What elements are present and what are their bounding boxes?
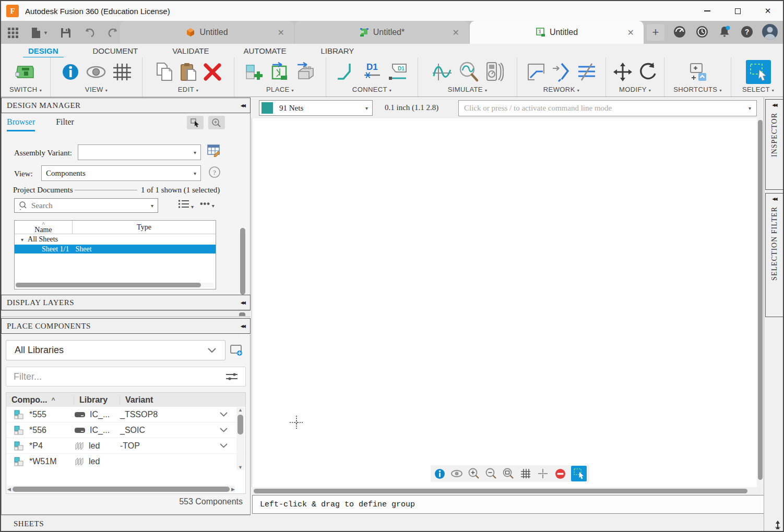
place-schematic-icon[interactable]	[269, 62, 290, 82]
menu-design[interactable]: DESIGN	[26, 45, 61, 57]
tab-close-icon[interactable]: ✕	[453, 28, 459, 38]
info-icon[interactable]	[61, 63, 80, 81]
collapse-right-icon[interactable]: ◀◀	[772, 197, 776, 201]
variant-chevron-icon[interactable]	[220, 428, 228, 432]
group-label-rework[interactable]: REWORK ▾	[543, 86, 579, 93]
menu-library[interactable]: LIBRARY	[318, 45, 356, 57]
component-table-vscrollbar[interactable]: ▲ ▼	[236, 407, 244, 470]
search-dropdown-icon[interactable]: ▾	[151, 203, 153, 209]
select-tool-button[interactable]	[746, 60, 771, 84]
sheets-panel-header[interactable]: SHEETS	[1, 514, 251, 532]
origin-crosshair-icon[interactable]	[537, 467, 549, 480]
variant-chevron-icon[interactable]	[220, 443, 228, 448]
multimeter-icon[interactable]	[485, 61, 504, 83]
search-box[interactable]: ▾	[14, 198, 158, 213]
undo-icon[interactable]	[84, 28, 95, 38]
variant-table-icon[interactable]	[207, 143, 221, 157]
app-grid-icon[interactable]	[7, 27, 19, 39]
zoom-selected-button[interactable]	[208, 116, 225, 129]
component-row[interactable]: *W51M led	[6, 454, 245, 469]
tab-browser[interactable]: Browser	[7, 117, 35, 131]
schematic-canvas[interactable]	[252, 118, 757, 487]
canvas-hscrollbar[interactable]	[252, 488, 757, 494]
scroll-down-icon[interactable]: ▼	[238, 465, 243, 470]
notifications-bell-icon[interactable]	[717, 25, 731, 39]
view-help-icon[interactable]: ?	[208, 166, 221, 178]
scroll-left-icon[interactable]: ◀	[7, 487, 11, 492]
copy-icon[interactable]	[155, 62, 174, 82]
paste-icon[interactable]	[179, 62, 198, 82]
tree-hscrollbar[interactable]	[16, 283, 213, 287]
group-label-view[interactable]: VIEW ▾	[85, 86, 108, 93]
search-input[interactable]	[31, 201, 147, 210]
tab-close-icon[interactable]: ✕	[278, 28, 284, 38]
column-header-variant[interactable]: Variant	[120, 395, 245, 405]
move-icon[interactable]	[613, 62, 633, 82]
component-filter-box[interactable]	[6, 367, 246, 386]
collapse-right-icon[interactable]: ◀◀	[772, 103, 776, 107]
component-row[interactable]: *556 IC_... _SOIC	[6, 422, 245, 438]
menu-document[interactable]: DOCUMENT	[91, 45, 140, 57]
component-table-hscrollbar[interactable]: ◀ ▶	[7, 486, 235, 492]
component-filter-input[interactable]	[14, 371, 225, 382]
collapse-left-icon[interactable]: ◀◀	[241, 300, 245, 305]
scroll-up-icon[interactable]: ▲	[238, 407, 243, 413]
job-status-icon[interactable]	[672, 25, 686, 39]
tab-untitled-3-active[interactable]: Untitled ✕	[470, 21, 644, 44]
command-line[interactable]: ▾	[458, 100, 757, 116]
menu-validate[interactable]: VALIDATE	[170, 45, 211, 57]
group-label-select[interactable]: SELECT ▾	[742, 86, 774, 93]
rework-arrow-icon[interactable]	[551, 62, 571, 82]
place-device-icon[interactable]	[295, 62, 316, 82]
examine-icon[interactable]	[458, 61, 480, 83]
minimize-button[interactable]	[692, 1, 722, 21]
collapse-left-icon[interactable]: ◀◀	[241, 324, 245, 329]
command-history-icon[interactable]: ▾	[749, 105, 751, 111]
group-label-shortcuts[interactable]: SHORTCUTS ▾	[673, 86, 722, 93]
design-manager-header[interactable]: DESIGN MANAGER ◀◀	[1, 98, 251, 113]
eye-icon[interactable]	[85, 64, 107, 80]
select-mode-button[interactable]	[571, 466, 587, 481]
selection-filter-panel[interactable]: ◀◀ SELECTION FILTER	[765, 193, 783, 317]
scroll-right-icon[interactable]: ▶	[231, 487, 235, 492]
grid-settings-icon[interactable]	[112, 63, 132, 81]
save-icon[interactable]	[61, 28, 71, 38]
tree-root-all-sheets[interactable]: ▾ All Sheets	[15, 234, 216, 245]
component-row[interactable]: *555 IC_... _TSSOP8	[6, 407, 245, 422]
delete-icon[interactable]	[203, 63, 222, 81]
panel-splitter[interactable]	[1, 310, 251, 317]
place-part-icon[interactable]	[244, 62, 264, 82]
nets-dropdown[interactable]: 91 Nets ▾	[259, 100, 373, 116]
meander-icon[interactable]	[576, 62, 597, 82]
select-objects-button[interactable]	[187, 116, 204, 129]
simulate-sine-icon[interactable]	[432, 62, 453, 82]
help-icon[interactable]: ?	[740, 25, 754, 39]
splitter-handle[interactable]	[239, 312, 245, 316]
command-line-input[interactable]	[464, 104, 749, 113]
zoom-fit-icon[interactable]	[502, 467, 515, 480]
view-select[interactable]: Components▾	[41, 165, 201, 181]
shortcuts-icon[interactable]	[687, 62, 708, 82]
component-row[interactable]: *P4 led -TOP	[6, 438, 245, 454]
more-options-button[interactable]: ••• ▾	[200, 199, 215, 209]
group-label-simulate[interactable]: SIMULATE ▾	[448, 86, 488, 93]
tab-untitled-2[interactable]: Untitled* ✕	[295, 21, 469, 44]
rework-route-icon[interactable]	[526, 62, 546, 82]
inspector-panel[interactable]: ◀◀ INSPECTOR	[765, 99, 783, 190]
zoom-in-icon[interactable]	[468, 467, 480, 480]
switch-workspace-icon[interactable]	[15, 62, 37, 82]
menu-automate[interactable]: AUTOMATE	[242, 45, 289, 57]
column-header-library[interactable]: Library	[74, 395, 120, 405]
group-label-modify[interactable]: MODIFY ▾	[619, 86, 651, 93]
tree-expand-icon[interactable]: ▾	[21, 237, 23, 243]
new-tab-button[interactable]: +	[647, 24, 664, 41]
stop-restrict-icon[interactable]	[554, 467, 566, 480]
library-settings-button[interactable]	[230, 343, 243, 357]
dock-pin-icon[interactable]	[774, 520, 782, 529]
group-label-place[interactable]: PLACE ▾	[266, 86, 294, 93]
variant-chevron-icon[interactable]	[220, 412, 228, 417]
library-selector[interactable]: All Libraries	[6, 340, 225, 360]
wire-icon[interactable]	[336, 62, 357, 82]
column-header-name[interactable]: ^Name	[15, 221, 72, 234]
sheet-row-selected[interactable]: Sheet 1/1 Sheet	[15, 245, 216, 253]
